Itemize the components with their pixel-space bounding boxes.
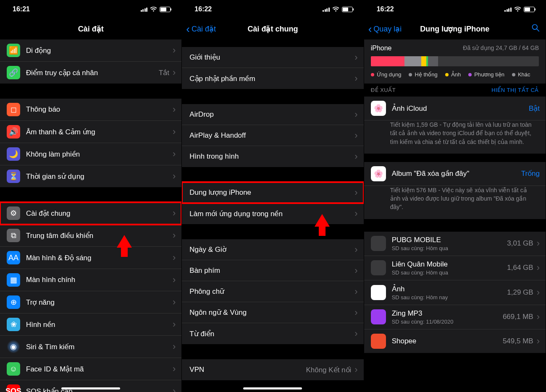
app-icon: [371, 285, 386, 300]
app-size: 669,1 MB: [503, 313, 533, 321]
row-label: VPN: [189, 366, 306, 374]
home-indicator[interactable]: [61, 387, 120, 389]
screenshot-general-settings: 16:22 ‹ Cài đặt Cài đặt chung Giới thiệu…: [182, 0, 364, 392]
show-all-link[interactable]: HIỂN THỊ TẤT CẢ: [491, 87, 539, 93]
settings-row-dictionary[interactable]: Từ điển›: [182, 323, 363, 344]
settings-row-bgrefresh[interactable]: Làm mới ứng dụng trong nền›: [182, 203, 363, 224]
chevron-right-icon: ›: [537, 239, 540, 248]
chevron-right-icon: ›: [173, 105, 176, 114]
row-label: Ngôn ngữ & Vùng: [189, 308, 354, 317]
legend-item: Phương tiện: [468, 71, 504, 78]
wifi-icon: [150, 7, 157, 12]
settings-row-dnd[interactable]: 🌙Không làm phiền›: [0, 143, 181, 165]
row-icon: ◻: [7, 103, 20, 116]
app-name: PUBG MOBILE: [392, 236, 507, 244]
app-storage-row-pubg[interactable]: PUBG MOBILESD sau cùng: Hôm qua3,01 GB›: [364, 232, 546, 256]
home-indicator[interactable]: [243, 387, 302, 389]
device-name: iPhone: [371, 44, 392, 52]
settings-row-about[interactable]: Giới thiệu›: [182, 47, 363, 68]
settings-row-language[interactable]: Ngôn ngữ & Vùng›: [182, 302, 363, 323]
recommendation-row-icloud-photos[interactable]: 🌸 Ảnh iCloud Bật: [364, 97, 546, 120]
settings-row-vpn[interactable]: VPNKhông Kết nối›: [182, 359, 363, 380]
recommendation-description: Tiết kiệm 1,59 GB - Tự động tải lên và l…: [364, 120, 546, 154]
app-storage-row-lienquan[interactable]: Liên Quân MobileSD sau cùng: Hôm qua1,64…: [364, 256, 546, 280]
settings-row-datetime[interactable]: Ngày & Giờ›: [182, 239, 363, 260]
app-size: 1,29 GB: [507, 288, 533, 297]
settings-row-update[interactable]: Cập nhật phần mềm›: [182, 68, 363, 89]
row-label: Màn hình chính: [26, 276, 173, 284]
settings-row-keyboard[interactable]: Bàn phím›: [182, 260, 363, 281]
nav-bar: Cài đặt: [0, 18, 181, 39]
settings-row-general[interactable]: ⚙Cài đặt chung›: [0, 202, 181, 225]
row-icon: AA: [7, 251, 20, 264]
settings-row-control-center[interactable]: ⧉Trung tâm điều khiển›: [0, 225, 181, 247]
battery-icon: [342, 7, 353, 12]
settings-row-hotspot[interactable]: 🔗Điểm truy cập cá nhânTắt›: [0, 62, 181, 84]
recommendations-header: ĐỀ XUẤT HIỂN THỊ TẤT CẢ: [364, 84, 546, 97]
chevron-right-icon: ›: [173, 320, 176, 329]
status-time: 16:21: [13, 5, 30, 13]
app-storage-row-photos[interactable]: ẢnhSD sau cùng: Hôm nay1,29 GB›: [364, 280, 546, 305]
settings-row-cellular[interactable]: 📶Di động›: [0, 39, 181, 62]
photos-icon: 🌸: [371, 101, 386, 116]
empty-link[interactable]: Trống: [521, 169, 540, 178]
app-last-used: SD sau cùng: Hôm qua: [392, 269, 507, 276]
battery-icon: [524, 7, 535, 12]
back-button[interactable]: ‹ Cài đặt: [186, 24, 216, 34]
settings-row-storage[interactable]: Dung lượng iPhone›: [182, 182, 363, 203]
app-last-used: SD sau cùng: Hôm qua: [392, 245, 507, 251]
settings-row-faceid[interactable]: ☺Face ID & Mật mã›: [0, 358, 181, 380]
row-label: Di động: [26, 46, 173, 55]
storage-summary-card: iPhone Đã sử dụng 24,7 GB / 64 GB Ứng dụ…: [364, 39, 546, 84]
chevron-right-icon: ›: [354, 209, 357, 218]
settings-row-wallpaper[interactable]: ❀Hình nền›: [0, 314, 181, 336]
recommendation-row-recently-deleted[interactable]: 🌸 Album "Đã xóa gần đây" Trống: [364, 162, 546, 186]
chevron-right-icon: ›: [173, 364, 176, 374]
back-button[interactable]: ‹ Quay lại: [368, 24, 402, 34]
chevron-right-icon: ›: [173, 127, 176, 136]
row-label: Dung lượng iPhone: [189, 188, 354, 197]
settings-row-accessibility[interactable]: ⊕Trợ năng›: [0, 291, 181, 314]
settings-row-fonts[interactable]: Phông chữ›: [182, 281, 363, 302]
status-time: 16:22: [194, 5, 212, 13]
enable-link[interactable]: Bật: [529, 104, 540, 113]
settings-row-screentime[interactable]: ⏳Thời gian sử dụng›: [0, 165, 181, 187]
legend-label: Ứng dụng: [377, 71, 402, 78]
chevron-right-icon: ›: [173, 342, 176, 351]
chevron-right-icon: ›: [354, 308, 357, 317]
row-icon: 🌙: [7, 147, 20, 161]
status-time: 16:22: [377, 5, 394, 13]
legend-item: Hệ thống: [409, 71, 437, 78]
settings-row-airplay[interactable]: AirPlay & Handoff›: [182, 125, 363, 146]
settings-row-sounds[interactable]: 🔊Âm thanh & Cảm ứng›: [0, 121, 181, 143]
legend-item: Ảnh: [445, 71, 461, 78]
legend-dot-icon: [371, 73, 374, 76]
settings-row-sos[interactable]: SOSSOS khẩn cấp›: [0, 380, 181, 392]
storage-segment-system: [404, 56, 421, 66]
highlight-arrow-icon: [315, 214, 330, 227]
wifi-icon: [514, 7, 521, 12]
settings-row-siri[interactable]: ◉Siri & Tìm kiếm›: [0, 336, 181, 358]
nav-bar: ‹ Quay lại Dung lượng iPhone: [364, 18, 546, 39]
screenshot-settings-root: 16:21 Cài đặt 📶Di động›🔗Điểm truy cập cá…: [0, 0, 182, 392]
chevron-left-icon: ‹: [368, 24, 372, 34]
settings-row-display[interactable]: AAMàn hình & Độ sáng›: [0, 247, 181, 269]
search-button[interactable]: [531, 24, 540, 34]
settings-row-home[interactable]: ▦Màn hình chính›: [0, 269, 181, 291]
status-bar: 16:22: [364, 0, 546, 18]
cellular-signal-icon: [323, 7, 330, 12]
settings-row-pip[interactable]: Hình trong hình›: [182, 146, 363, 167]
row-label: Ngày & Giờ: [189, 245, 354, 254]
chevron-right-icon: ›: [354, 53, 357, 62]
app-storage-row-zing[interactable]: Zing MP3SD sau cùng: 11/08/2020669,1 MB›: [364, 305, 546, 329]
row-label: AirDrop: [189, 110, 354, 119]
settings-row-airdrop[interactable]: AirDrop›: [182, 104, 363, 125]
nav-bar: ‹ Cài đặt Cài đặt chung: [182, 18, 363, 39]
storage-segment-other: [428, 56, 438, 66]
legend-dot-icon: [512, 73, 515, 76]
legend-label: Hệ thống: [415, 71, 437, 78]
legend-item: Ứng dụng: [371, 71, 402, 78]
settings-row-notifications[interactable]: ◻Thông báo›: [0, 99, 181, 121]
app-storage-row-shopee[interactable]: Shopee549,5 MB›: [364, 329, 546, 353]
app-size: 1,64 GB: [507, 264, 533, 272]
